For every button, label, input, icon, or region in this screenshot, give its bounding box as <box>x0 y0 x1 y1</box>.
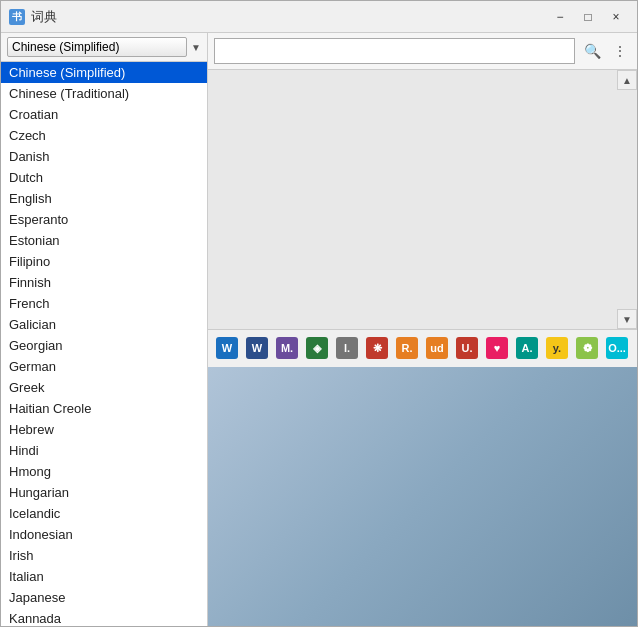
language-list-item[interactable]: Galician <box>1 314 207 335</box>
language-list-item[interactable]: Chinese (Traditional) <box>1 83 207 104</box>
toolbar-item[interactable]: W <box>212 335 242 362</box>
language-list-item[interactable]: Filipino <box>1 251 207 272</box>
language-list-item[interactable]: Haitian Creole <box>1 398 207 419</box>
language-list-item[interactable]: Estonian <box>1 230 207 251</box>
toolbar-icon: W <box>246 337 268 359</box>
sidebar: Chinese (Simplified)Chinese (Traditional… <box>1 33 208 626</box>
language-list-item[interactable]: Finnish <box>1 272 207 293</box>
toolbar-icon: I. <box>336 337 358 359</box>
toolbar-item[interactable]: M. <box>272 335 302 362</box>
main-area: Chinese (Simplified)Chinese (Traditional… <box>1 33 637 626</box>
photo-area <box>208 367 637 626</box>
language-list-item[interactable]: Croatian <box>1 104 207 125</box>
toolbar-item[interactable]: ❋ <box>362 335 392 362</box>
toolbar-icon: ❁ <box>576 337 598 359</box>
toolbar-item[interactable]: ud <box>422 335 452 362</box>
language-list-item[interactable]: Chinese (Simplified) <box>1 62 207 83</box>
toolbar-item[interactable]: ♥ <box>482 335 512 362</box>
language-list-item[interactable]: Italian <box>1 566 207 587</box>
toolbar-icon: O... <box>606 337 628 359</box>
language-list-item[interactable]: Kannada <box>1 608 207 626</box>
toolbar-icon: U. <box>456 337 478 359</box>
close-button[interactable]: × <box>603 6 629 28</box>
language-list-item[interactable]: English <box>1 188 207 209</box>
language-list-item[interactable]: Danish <box>1 146 207 167</box>
toolbar-item[interactable]: O... <box>602 335 632 362</box>
language-list-container[interactable]: Chinese (Simplified)Chinese (Traditional… <box>1 62 207 626</box>
language-list-item[interactable]: Japanese <box>1 587 207 608</box>
language-list-item[interactable]: Czech <box>1 125 207 146</box>
language-select[interactable]: Chinese (Simplified)Chinese (Traditional… <box>7 37 187 57</box>
language-list-item[interactable]: French <box>1 293 207 314</box>
toolbar-icon: R. <box>396 337 418 359</box>
language-list: Chinese (Simplified)Chinese (Traditional… <box>1 62 207 626</box>
more-options-icon: ⋮ <box>613 43 627 59</box>
toolbar-item[interactable]: y. <box>542 335 572 362</box>
menu-button[interactable]: ⋮ <box>609 38 631 64</box>
toolbar-icon: A. <box>516 337 538 359</box>
language-list-item[interactable]: Georgian <box>1 335 207 356</box>
app-icon: 书 <box>9 9 25 25</box>
search-button[interactable]: 🔍 <box>579 38 605 64</box>
language-list-item[interactable]: Indonesian <box>1 524 207 545</box>
language-list-item[interactable]: Hindi <box>1 440 207 461</box>
language-list-item[interactable]: German <box>1 356 207 377</box>
window-title: 词典 <box>31 8 547 26</box>
toolbar-item[interactable]: W <box>242 335 272 362</box>
toolbar-item[interactable]: U. <box>452 335 482 362</box>
toolbar-icon: W <box>216 337 238 359</box>
toolbar-icon: y. <box>546 337 568 359</box>
toolbar-item[interactable]: ❁ <box>572 335 602 362</box>
toolbar-icon: M. <box>276 337 298 359</box>
language-list-item[interactable]: Hebrew <box>1 419 207 440</box>
search-bar: 🔍 ⋮ <box>208 33 637 70</box>
language-list-item[interactable]: Dutch <box>1 167 207 188</box>
language-list-item[interactable]: Greek <box>1 377 207 398</box>
scroll-up-button[interactable]: ▲ <box>617 70 637 90</box>
toolbar-item[interactable]: I. <box>332 335 362 362</box>
language-dropdown-container: Chinese (Simplified)Chinese (Traditional… <box>1 33 207 62</box>
toolbar-icon: ◈ <box>306 337 328 359</box>
toolbar-row: WWM.◈I.❋R.udU.♥A.y.❁O... <box>208 329 637 367</box>
search-icon: 🔍 <box>584 43 601 59</box>
language-list-item[interactable]: Esperanto <box>1 209 207 230</box>
search-input[interactable] <box>214 38 575 64</box>
scroll-down-button[interactable]: ▼ <box>617 309 637 329</box>
content-body: ▲ ▼ <box>208 70 637 329</box>
language-list-item[interactable]: Hungarian <box>1 482 207 503</box>
window-controls: − □ × <box>547 6 629 28</box>
language-list-item[interactable]: Icelandic <box>1 503 207 524</box>
toolbar-icon: ud <box>426 337 448 359</box>
toolbar-icon: ♥ <box>486 337 508 359</box>
title-bar: 书 词典 − □ × <box>1 1 637 33</box>
toolbar-item[interactable]: R. <box>392 335 422 362</box>
maximize-button[interactable]: □ <box>575 6 601 28</box>
toolbar-item[interactable]: ◈ <box>302 335 332 362</box>
dropdown-arrow-icon: ▼ <box>191 42 201 53</box>
language-list-item[interactable]: Irish <box>1 545 207 566</box>
language-list-item[interactable]: Hmong <box>1 461 207 482</box>
toolbar-icon: ❋ <box>366 337 388 359</box>
main-window: 书 词典 − □ × Chinese (Simplified)Chinese (… <box>0 0 638 627</box>
toolbar-item[interactable]: A. <box>512 335 542 362</box>
content-area: 🔍 ⋮ ▲ ▼ WWM.◈I.❋R.udU.♥A.y.❁O... <box>208 33 637 626</box>
minimize-button[interactable]: − <box>547 6 573 28</box>
